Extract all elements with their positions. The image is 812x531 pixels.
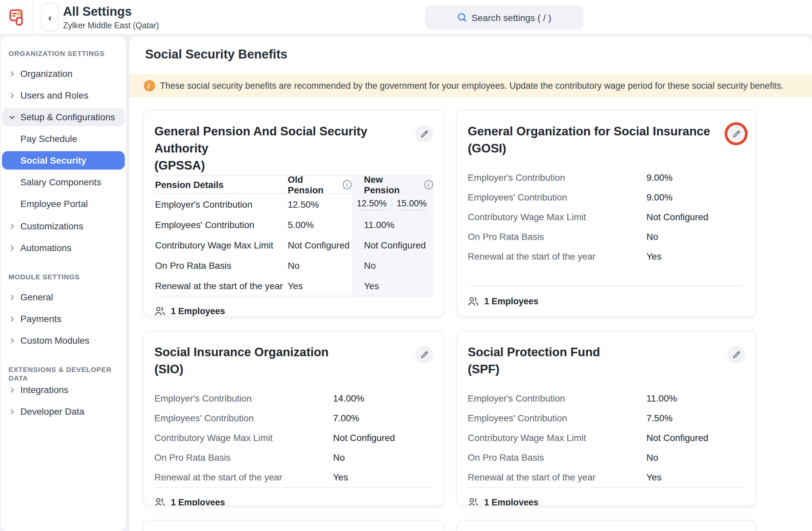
detail-row: On Pro Rata BasisNo: [468, 447, 745, 467]
sidebar-item-label: Developer Data: [20, 406, 84, 417]
page-title: Social Security Benefits: [145, 47, 812, 62]
row-label: Contributory Wage Max Limit: [468, 212, 647, 222]
chevron-right-icon: [9, 70, 16, 77]
row-value: 7.00%: [333, 413, 359, 423]
row-label: Employer's Contribution: [468, 172, 647, 183]
chevron-right-icon: [9, 294, 16, 300]
edit-gosi-button-highlighted[interactable]: [727, 125, 745, 143]
top-bar: ‹ All Settings Zylker Middle East (Qatar…: [0, 0, 812, 34]
sidebar-item-label: Customizations: [20, 221, 83, 231]
employees-count: 1 Employees: [484, 498, 538, 506]
row-label: Contributory Wage Max Limit: [468, 432, 647, 443]
back-button[interactable]: ‹: [41, 3, 58, 31]
pencil-icon: [419, 129, 429, 138]
sidebar-item-pay-schedule[interactable]: Pay Schedule: [2, 129, 125, 148]
new-pension-value: Yes: [351, 275, 433, 296]
detail-row: Renewal at the start of the yearYes: [468, 246, 745, 266]
employees-count: 1 Employees: [484, 297, 538, 306]
detail-row: Contributory Wage Max LimitNot Configure…: [155, 428, 433, 447]
old-pension-value: 12.50%: [288, 199, 351, 209]
sidebar-item-developer-data[interactable]: Developer Data: [2, 402, 125, 420]
sidebar-item-organization[interactable]: Organization: [2, 64, 125, 83]
sidebar-item-setup-configurations[interactable]: Setup & Configurations: [2, 108, 125, 126]
new-pension-value-a[interactable]: 12.50%: [357, 198, 387, 210]
value-divider: [392, 199, 392, 210]
new-pension-dual-value: 12.50% 15.00%: [351, 194, 433, 214]
row-value: No: [647, 231, 658, 242]
detail-row: Employees' Contribution7.50%: [468, 408, 745, 428]
table-row: On Pro Rata Basis No No: [155, 255, 433, 275]
card-gosi: General Organization for Social Insuranc…: [456, 110, 756, 317]
card-partial: [456, 520, 756, 531]
sidebar-item-label: Payments: [20, 314, 61, 324]
new-pension-value-b[interactable]: 15.00%: [397, 198, 427, 210]
sidebar-item-social-security-selected[interactable]: Social Security: [2, 151, 125, 170]
sidebar-item-integrations[interactable]: Integrations: [2, 381, 125, 399]
card-header: General Organization for Social Insuranc…: [468, 123, 745, 157]
sidebar-item-salary-components[interactable]: Salary Components: [2, 173, 125, 191]
sidebar-item-custom-modules[interactable]: Custom Modules: [2, 331, 125, 349]
info-icon[interactable]: i: [424, 181, 433, 189]
table-row: Employees' Contribution 5.00% 11.00%: [155, 214, 433, 234]
benefit-details: Employer's Contribution9.00% Employees' …: [468, 168, 745, 266]
row-value: Not Configured: [647, 432, 708, 443]
column-header-new-pension: New Pensioni: [351, 176, 433, 193]
search-settings-input[interactable]: Search settings ( / ): [425, 5, 583, 30]
card-title: Social Insurance Organization (SIO): [155, 344, 415, 378]
card-sio: Social Insurance Organization (SIO) Empl…: [143, 331, 444, 506]
edit-gpssa-button[interactable]: [415, 125, 433, 143]
page-header-title: All Settings: [63, 4, 159, 20]
row-value: No: [647, 452, 658, 463]
sidebar-item-label: Salary Components: [20, 177, 101, 187]
app-root: ‹ All Settings Zylker Middle East (Qatar…: [0, 0, 812, 531]
sidebar-item-general[interactable]: General: [2, 288, 125, 306]
sidebar-item-payments[interactable]: Payments: [2, 310, 125, 328]
edit-spf-button[interactable]: [727, 346, 745, 363]
row-value: Yes: [333, 472, 348, 482]
row-label: Employees' Contribution: [155, 219, 288, 230]
info-icon: i: [144, 81, 155, 91]
content-frame: ORGANIZATION SETTINGS Organization Users…: [0, 34, 812, 531]
detail-row: Renewal at the start of the yearYes: [155, 467, 433, 487]
chevron-right-icon: [9, 408, 16, 415]
sidebar-item-label: Users and Roles: [20, 90, 88, 101]
header-titles: All Settings Zylker Middle East (Qatar): [63, 4, 159, 30]
row-label: Employees' Contribution: [468, 192, 647, 202]
benefit-details: Employer's Contribution11.00% Employees'…: [468, 388, 745, 487]
card-footer: 1 Employees: [155, 487, 433, 506]
row-label: Employees' Contribution: [155, 413, 333, 423]
row-label: Employees' Contribution: [468, 413, 647, 423]
card-header: Social Insurance Organization (SIO): [155, 344, 433, 378]
app-logo[interactable]: [0, 0, 33, 34]
detail-row: Employer's Contribution11.00%: [468, 388, 745, 408]
card-spf: Social Protection Fund (SPF) Employer's …: [456, 331, 756, 506]
table-row: Contributory Wage Max Limit Not Configur…: [155, 234, 433, 255]
card-title: Social Protection Fund (SPF): [468, 344, 727, 378]
organization-name: Zylker Middle East (Qatar): [63, 21, 159, 30]
payroll-logo-icon: [9, 8, 24, 26]
row-label: On Pro Rata Basis: [155, 260, 288, 270]
sidebar-item-customizations[interactable]: Customizations: [2, 217, 125, 235]
row-label: Contributory Wage Max Limit: [155, 240, 288, 250]
sidebar-item-employee-portal[interactable]: Employee Portal: [2, 195, 125, 213]
search-label: Search settings ( / ): [472, 12, 552, 23]
row-label: On Pro Rata Basis: [155, 452, 333, 463]
edit-sio-button[interactable]: [415, 346, 433, 363]
old-pension-value: 5.00%: [288, 219, 351, 230]
pension-table-header: Pension Details Old Pensioni New Pension…: [155, 175, 433, 194]
detail-row: Contributory Wage Max LimitNot Configure…: [468, 428, 745, 447]
table-row: Employer's Contribution 12.50% 12.50% 15…: [155, 194, 433, 214]
sidebar-item-users-and-roles[interactable]: Users and Roles: [2, 86, 125, 104]
info-icon[interactable]: i: [343, 181, 351, 189]
row-value: Yes: [647, 472, 662, 482]
card-gpssa: General Pension And Social Security Auth…: [143, 110, 444, 317]
old-pension-value: No: [288, 260, 351, 270]
card-header: General Pension And Social Security Auth…: [155, 123, 433, 174]
sidebar-item-label: Integrations: [20, 385, 68, 395]
chevron-right-icon: [9, 244, 16, 251]
card-title: General Organization for Social Insuranc…: [468, 123, 727, 157]
settings-sidebar: ORGANIZATION SETTINGS Organization Users…: [1, 36, 126, 531]
sidebar-item-automations[interactable]: Automations: [2, 239, 125, 257]
main-panel: Social Security Benefits i These social …: [129, 36, 812, 531]
pencil-icon: [731, 129, 741, 138]
